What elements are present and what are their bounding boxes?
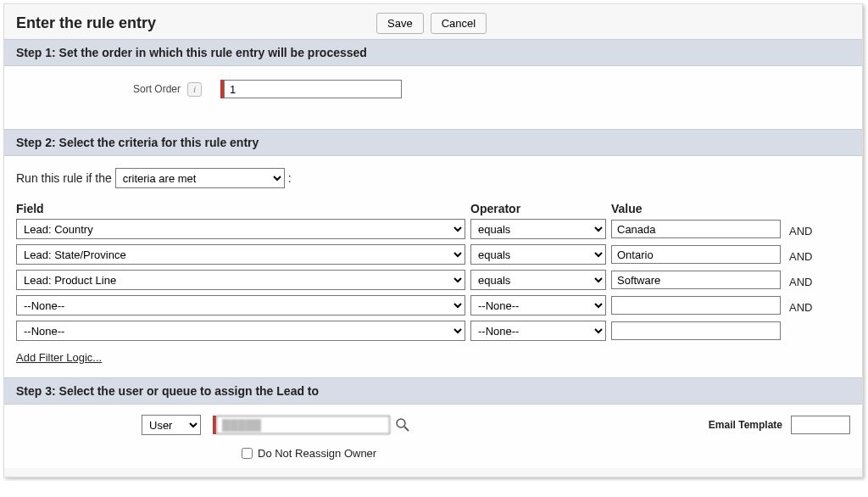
- criteria-headers: Field Operator Value: [16, 202, 850, 219]
- assignee-name-input[interactable]: [216, 416, 390, 434]
- assignee-type-select[interactable]: User: [142, 415, 201, 435]
- assign-row: User Email Template: [16, 415, 850, 435]
- criteria-value-input[interactable]: [611, 321, 781, 340]
- colon: :: [288, 171, 292, 185]
- criteria-row: Lead: State/Province equals AND: [16, 244, 850, 265]
- add-filter-logic-link[interactable]: Add Filter Logic...: [16, 351, 102, 364]
- criteria-conjunction: [789, 329, 832, 332]
- criteria-operator-select[interactable]: equals: [470, 270, 606, 290]
- step1-body: Sort Order i: [4, 66, 862, 129]
- svg-point-0: [397, 419, 405, 427]
- sort-order-row: Sort Order i: [16, 75, 850, 115]
- criteria-field-select[interactable]: Lead: Country: [16, 219, 465, 239]
- criteria-value-input[interactable]: [611, 271, 781, 289]
- criteria-conjunction: AND: [789, 272, 832, 288]
- field-header: Field: [16, 202, 465, 215]
- sort-order-label: Sort Order: [16, 83, 186, 95]
- help-icon[interactable]: i: [187, 82, 202, 97]
- email-template-input[interactable]: [791, 416, 850, 434]
- sort-order-input[interactable]: [224, 80, 402, 98]
- criteria-table: Field Operator Value Lead: Country equal…: [16, 202, 850, 341]
- criteria-operator-select[interactable]: equals: [470, 219, 606, 239]
- criteria-value-input[interactable]: [611, 296, 781, 315]
- step3-body: User Email Template Do Not Reassign Owne…: [4, 405, 862, 468]
- assign-left: User: [142, 415, 410, 435]
- criteria-field-select[interactable]: Lead: Product Line: [16, 270, 465, 290]
- conj-header: [789, 202, 832, 215]
- criteria-value-input[interactable]: [611, 245, 781, 264]
- criteria-operator-select[interactable]: equals: [470, 244, 606, 265]
- save-button[interactable]: Save: [376, 13, 424, 34]
- criteria-row: Lead: Country equals AND: [16, 219, 850, 239]
- criteria-row: --None-- --None-- AND: [16, 295, 850, 316]
- svg-line-1: [404, 427, 409, 431]
- step3-heading: Step 3: Select the user or queue to assi…: [4, 377, 862, 405]
- lookup-icon[interactable]: [395, 417, 410, 433]
- step1-heading: Step 1: Set the order in which this rule…: [4, 39, 862, 66]
- operator-header: Operator: [470, 202, 606, 215]
- header-buttons: Save Cancel: [376, 13, 487, 34]
- criteria-row: --None-- --None--: [16, 321, 850, 341]
- page-title: Enter the rule entry: [16, 14, 156, 32]
- run-rule-row: Run this rule if the criteria are met :: [16, 165, 850, 197]
- criteria-field-select[interactable]: Lead: State/Province: [16, 244, 465, 265]
- criteria-field-select[interactable]: --None--: [16, 321, 465, 341]
- step2-heading: Step 2: Select the criteria for this rul…: [4, 129, 862, 156]
- run-rule-prefix: Run this rule if the: [16, 171, 112, 185]
- cancel-button[interactable]: Cancel: [431, 13, 487, 34]
- email-template-label: Email Template: [672, 419, 791, 431]
- rule-mode-select[interactable]: criteria are met: [115, 168, 285, 188]
- do-not-reassign-row: Do Not Reassign Owner: [238, 445, 850, 461]
- criteria-conjunction: AND: [789, 298, 832, 314]
- criteria-value-input[interactable]: [611, 220, 781, 238]
- do-not-reassign-label: Do Not Reassign Owner: [258, 447, 376, 460]
- criteria-conjunction: AND: [789, 221, 832, 237]
- criteria-operator-select[interactable]: --None--: [470, 295, 606, 316]
- step2-body: Run this rule if the criteria are met : …: [4, 156, 862, 377]
- rule-entry-form: Enter the rule entry Save Cancel Step 1:…: [3, 3, 863, 477]
- criteria-row: Lead: Product Line equals AND: [16, 270, 850, 290]
- do-not-reassign-checkbox[interactable]: [242, 448, 253, 459]
- criteria-conjunction: AND: [789, 247, 832, 263]
- criteria-field-select[interactable]: --None--: [16, 295, 465, 316]
- add-filter-logic-row: Add Filter Logic...: [16, 351, 850, 364]
- value-header: Value: [611, 202, 781, 215]
- criteria-operator-select[interactable]: --None--: [470, 321, 606, 341]
- form-header: Enter the rule entry Save Cancel: [4, 4, 862, 39]
